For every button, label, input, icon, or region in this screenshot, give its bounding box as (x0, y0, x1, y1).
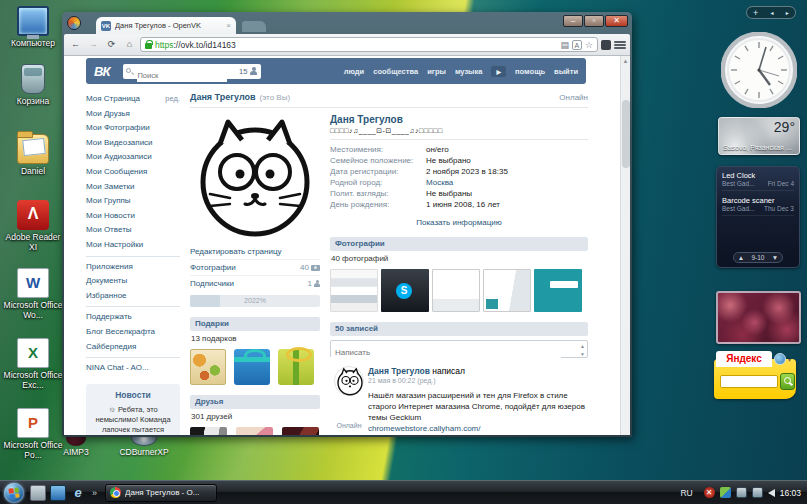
nav-expand-icon[interactable]: ▶ (491, 66, 506, 77)
gift-thumbnail[interactable] (190, 349, 226, 385)
close-button[interactable]: ✕ (605, 15, 628, 27)
language-indicator[interactable]: RU (680, 488, 692, 498)
network-icon-2[interactable] (752, 487, 763, 498)
scroll-up-icon[interactable]: ▲ (621, 56, 630, 66)
weather-gadget[interactable]: 29° Sasovo, Рязанская ... (718, 117, 800, 155)
maximize-button[interactable]: ▫ (584, 15, 604, 27)
desktop-icon-adobe-reader[interactable]: Λ Adobe Reader XI (2, 200, 64, 252)
gadget-prev-button[interactable]: ◂ (771, 9, 774, 16)
feed-gadget[interactable]: Led Clock Best Gad... Fri Dec 4 Barcode … (716, 166, 800, 268)
profile-mini-icon[interactable] (250, 67, 257, 76)
desktop-icon-computer[interactable]: Компьютер (2, 6, 64, 48)
tab-close-icon[interactable]: × (226, 21, 231, 30)
gift-thumbnail[interactable] (278, 349, 314, 385)
internet-explorer-icon[interactable]: e (70, 485, 86, 501)
desktop-icon-excel[interactable]: X Microsoft Office Exc... (2, 338, 64, 390)
nav-communities[interactable]: сообщества (373, 67, 418, 76)
vk-logo[interactable]: ВК (94, 64, 109, 79)
bookmark-star-icon[interactable]: ☆ (585, 40, 593, 50)
reader-mode-icon[interactable]: ▤ (560, 40, 569, 50)
friend-thumbnail[interactable] (190, 427, 227, 435)
profile-status[interactable]: □□□□♪♫____⊡-⊡____♫♪□□□□□ (330, 127, 588, 135)
wall-write-box[interactable]: ▲▼ (330, 340, 588, 358)
app-tray-icon[interactable] (720, 487, 731, 498)
feed-item[interactable]: Barcode scaner Best Gad... Thu Dec 3 (722, 196, 794, 216)
nav-music[interactable]: музыка (455, 67, 483, 76)
desktop-icon-word[interactable]: W Microsoft Office Wo... (2, 268, 64, 320)
translate-icon[interactable]: A (572, 40, 582, 50)
feed-pager[interactable]: ▲ 9-10 ▼ (733, 252, 783, 263)
error-tray-icon[interactable]: ✕ (704, 487, 715, 498)
sidebar-item-answers[interactable]: Мои Ответы (86, 223, 180, 238)
show-info-link[interactable]: Показать информацию (330, 218, 588, 227)
feed-item[interactable]: Led Clock Best Gad... Fri Dec 4 (722, 171, 794, 191)
post-date[interactable]: 21 мая в 00:22 (ред.) (368, 377, 588, 384)
photos-section-header[interactable]: Фотографии (330, 237, 588, 251)
yandex-search-input[interactable] (720, 375, 778, 388)
post-avatar[interactable] (334, 366, 364, 396)
yandex-search-button[interactable] (780, 373, 795, 390)
yandex-search-gadget[interactable]: Яндекс ▾ (714, 351, 798, 407)
clock-gadget[interactable] (721, 32, 797, 108)
notification-count[interactable]: 15 (239, 67, 247, 76)
nav-people[interactable]: люди (344, 67, 364, 76)
show-desktop-icon[interactable] (30, 485, 46, 501)
feed-pager-down-icon[interactable]: ▼ (772, 254, 778, 261)
quick-launch-overflow-chevron[interactable]: » (92, 488, 97, 498)
nav-logout[interactable]: выйти (554, 67, 578, 76)
edit-page-link[interactable]: Редактировать страницу (190, 244, 320, 259)
sidebar-item-groups[interactable]: Мои Группы (86, 194, 180, 209)
photo-thumbnail[interactable] (381, 269, 429, 312)
nav-help[interactable]: помощь (515, 67, 545, 76)
home-button[interactable]: ⌂ (122, 37, 137, 52)
extension-icon[interactable] (601, 40, 611, 50)
sidebar-item-friends[interactable]: Мои Друзья (86, 107, 180, 122)
start-button[interactable] (4, 483, 24, 503)
browser-tab[interactable]: VK Даня Трегулов - OpenVK × (96, 17, 236, 34)
yandex-service-icon[interactable] (774, 353, 786, 365)
photo-thumbnail[interactable] (432, 269, 480, 312)
spinner-icons[interactable]: ▲▼ (580, 342, 585, 358)
network-icon[interactable] (736, 487, 747, 498)
hometown-link[interactable]: Москва (426, 177, 453, 188)
sidebar-item-videos[interactable]: Мои Видеозаписи (86, 136, 180, 151)
post-author-link[interactable]: Даня Трегулов (368, 366, 430, 376)
address-bar[interactable]: https ://ovk.to/id14163 ▤ A ☆ (140, 37, 598, 52)
friends-header[interactable]: Друзья (190, 395, 320, 409)
refresh-button[interactable]: ⟳ (104, 37, 119, 52)
forward-button[interactable]: → (86, 37, 101, 52)
yandex-dropdown-icon[interactable]: ▾ (788, 356, 791, 363)
sidebar-item-blog[interactable]: Блог Веселкрафта (86, 325, 180, 340)
profile-avatar[interactable] (190, 114, 320, 244)
sidebar-item-cyberpedia[interactable]: Сайберпедия (86, 340, 180, 355)
subscribers-link[interactable]: Подписчики 1 (190, 275, 320, 291)
feed-pager-up-icon[interactable]: ▲ (738, 254, 744, 261)
gadget-sidebar-controls[interactable]: + ◂ ▸ (746, 6, 796, 19)
photos-link[interactable]: Фотографии 40 (190, 259, 320, 275)
picture-gadget[interactable] (716, 291, 801, 344)
back-button[interactable]: ← (68, 37, 83, 52)
edit-link[interactable]: ред. (165, 92, 180, 107)
sidebar-item-nina-chat[interactable]: NINA Chat - AO... (86, 361, 180, 376)
sidebar-item-settings[interactable]: Мои Настройки (86, 238, 180, 253)
sidebar-item-notes[interactable]: Мои Заметки (86, 180, 180, 195)
sidebar-item-favorites[interactable]: Избранное (86, 289, 180, 304)
volume-icon[interactable] (768, 489, 775, 497)
sidebar-item-photos[interactable]: Мои Фотографии (86, 121, 180, 136)
photo-thumbnail[interactable] (483, 269, 531, 312)
new-tab-button[interactable] (242, 21, 266, 32)
nav-games[interactable]: игры (427, 67, 446, 76)
friend-thumbnail[interactable] (282, 427, 319, 435)
minimize-button[interactable]: – (563, 15, 583, 27)
desktop-icon-daniel-folder[interactable]: Daniel (2, 134, 64, 176)
quick-launch-icon[interactable] (50, 485, 66, 501)
friend-thumbnail[interactable] (236, 427, 273, 435)
photo-thumbnail[interactable] (534, 269, 582, 312)
tray-clock[interactable]: 16:03 (780, 488, 801, 498)
desktop-icon-powerpoint[interactable]: P Microsoft Office Po... (2, 408, 64, 460)
sidebar-item-messages[interactable]: Мои Сообщения (86, 165, 180, 180)
sidebar-item-apps[interactable]: Приложения (86, 260, 180, 275)
gift-thumbnail[interactable] (234, 349, 270, 385)
page-scrollbar[interactable]: ▲ (620, 56, 630, 435)
browser-menu-icon[interactable] (614, 40, 626, 50)
